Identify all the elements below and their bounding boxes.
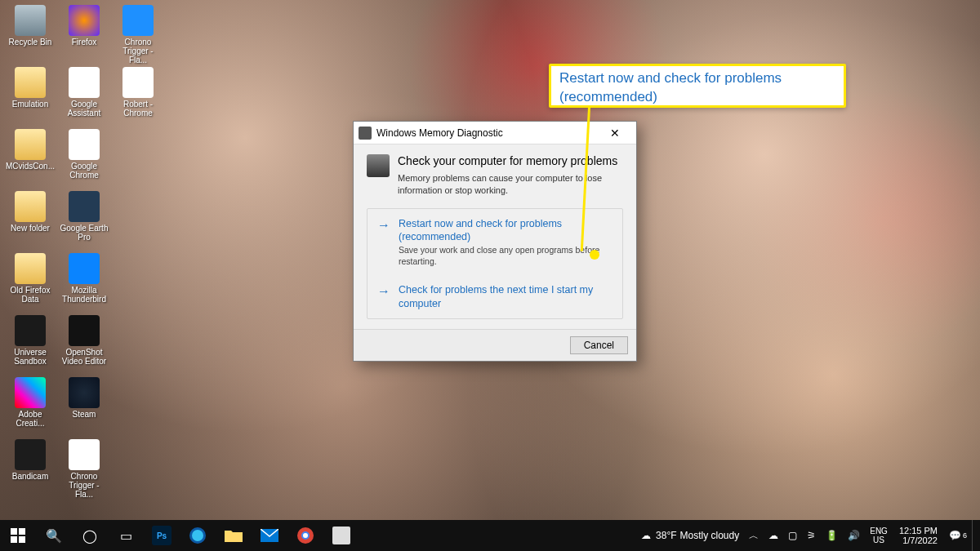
cortana-icon: ◯ xyxy=(81,527,99,544)
task-view-button[interactable]: ▭ xyxy=(108,520,144,551)
memory-diagnostic-icon xyxy=(359,127,372,140)
desktop-icon[interactable]: Bandicam xyxy=(3,438,57,500)
tray-meet-now[interactable]: ▢ xyxy=(783,520,802,551)
taskbar-app-mail[interactable] xyxy=(252,520,287,551)
desktop-icon[interactable]: Adobe Creati... xyxy=(3,375,57,438)
app-icon xyxy=(69,191,100,222)
lang-code: ENG xyxy=(870,527,888,535)
taskbar-app-memory-diagnostic[interactable] xyxy=(323,520,359,551)
desktop-icon-label: Robert - Chrome xyxy=(113,100,163,118)
close-icon: ✕ xyxy=(610,127,620,140)
app-icon xyxy=(15,439,46,470)
app-icon xyxy=(15,377,46,408)
desktop-icon-label: MCvidsCon... xyxy=(6,162,55,171)
weather-temp: 38°F xyxy=(656,530,676,541)
svg-rect-2 xyxy=(11,536,17,543)
desktop-icon[interactable]: New folder xyxy=(3,189,57,251)
app-icon xyxy=(69,5,100,36)
svg-rect-1 xyxy=(19,528,25,535)
app-icon xyxy=(15,315,46,346)
svg-point-5 xyxy=(192,530,203,541)
desktop-icon-label: Steam xyxy=(73,410,96,419)
tray-onedrive[interactable]: ☁ xyxy=(764,520,783,551)
desktop-icon-grid: Recycle BinEmulationMCvidsCon...New fold… xyxy=(3,3,216,509)
start-button[interactable] xyxy=(0,520,36,551)
option-title: Check for problems the next time I start… xyxy=(399,283,614,310)
svg-point-9 xyxy=(303,533,308,538)
desktop-icon[interactable]: MCvidsCon... xyxy=(3,127,57,189)
desktop-icon[interactable]: Robert - Chrome xyxy=(111,65,165,127)
app-icon xyxy=(15,5,46,36)
app-icon xyxy=(15,67,46,98)
edge-icon xyxy=(189,527,207,544)
desktop-icon-label: Universe Sandbox xyxy=(5,348,56,366)
cortana-button[interactable]: ◯ xyxy=(72,520,108,551)
app-icon xyxy=(69,67,100,98)
desktop-icon[interactable]: Mozilla Thunderbird xyxy=(57,251,111,313)
speaker-icon: 🔊 xyxy=(848,530,860,541)
tray-network[interactable]: ⚞ xyxy=(802,520,821,551)
weather-widget[interactable]: ☁ 38°F Mostly cloudy xyxy=(636,520,744,551)
desktop-icon[interactable]: Google Assistant xyxy=(57,65,111,127)
annotation-callout: Restart now and check for problems (reco… xyxy=(549,64,846,108)
desktop-icon[interactable]: Chrono Trigger - Fla... xyxy=(57,438,111,500)
desktop-icon-label: Old Firefox Data xyxy=(5,286,56,304)
notification-count: 6 xyxy=(963,531,967,540)
svg-rect-0 xyxy=(11,528,17,535)
desktop-icon[interactable]: Google Earth Pro xyxy=(57,189,111,251)
close-button[interactable]: ✕ xyxy=(599,122,631,144)
photoshop-icon: Ps xyxy=(152,526,172,545)
check-next-start-option[interactable]: → Check for problems the next time I sta… xyxy=(368,275,622,318)
desktop-icon-label: Chrono Trigger - Fla... xyxy=(59,472,109,499)
desktop-icon-label: Mozilla Thunderbird xyxy=(59,286,109,304)
desktop-icon-label: Chrono Trigger - Fla... xyxy=(113,38,163,64)
memory-diagnostic-dialog: Windows Memory Diagnostic ✕ Check your c… xyxy=(353,121,637,362)
lang-region: US xyxy=(873,535,884,544)
desktop-icon[interactable]: OpenShot Video Editor xyxy=(57,313,111,375)
battery-icon: 🔋 xyxy=(826,530,838,541)
clock-time: 12:15 PM xyxy=(899,526,938,535)
desktop-icon-label: Recycle Bin xyxy=(9,38,52,47)
desktop-icon-label: Firefox xyxy=(72,38,97,47)
dialog-titlebar[interactable]: Windows Memory Diagnostic ✕ xyxy=(354,122,636,144)
taskbar-app-edge[interactable] xyxy=(180,520,216,551)
search-button[interactable]: 🔍 xyxy=(36,520,72,551)
app-icon xyxy=(69,439,100,470)
tray-chevron[interactable]: ︿ xyxy=(744,520,764,551)
cloud-sync-icon: ☁ xyxy=(768,530,778,541)
taskbar-app-explorer[interactable] xyxy=(216,520,252,551)
desktop-icon[interactable]: Chrono Trigger - Fla... xyxy=(111,3,165,65)
desktop-icon[interactable]: Firefox xyxy=(57,3,111,65)
tray-volume[interactable]: 🔊 xyxy=(843,520,865,551)
desktop-icon[interactable]: Old Firefox Data xyxy=(3,251,57,313)
action-center-button[interactable]: 💬 6 xyxy=(944,520,972,551)
language-indicator[interactable]: ENG US xyxy=(865,527,893,544)
system-clock[interactable]: 12:15 PM 1/7/2022 xyxy=(893,526,944,545)
desktop-icon-label: OpenShot Video Editor xyxy=(59,348,109,366)
arrow-right-icon: → xyxy=(377,218,390,268)
tray-battery[interactable]: 🔋 xyxy=(821,520,843,551)
wifi-icon: ⚞ xyxy=(807,530,816,541)
app-icon xyxy=(69,129,100,160)
taskbar-app-chrome[interactable] xyxy=(287,520,323,551)
desktop-icon[interactable]: Google Chrome xyxy=(57,127,111,189)
mail-icon xyxy=(261,527,278,544)
desktop-icon-label: Emulation xyxy=(12,100,48,109)
svg-rect-3 xyxy=(19,536,25,543)
desktop-icon-label: Adobe Creati... xyxy=(5,410,56,428)
desktop-icon-label: Google Assistant xyxy=(59,100,109,118)
show-desktop-button[interactable] xyxy=(972,520,977,551)
app-icon xyxy=(15,191,46,222)
app-icon xyxy=(15,129,46,160)
dialog-subheading: Memory problems can cause your computer … xyxy=(398,172,623,197)
desktop-icon[interactable]: Universe Sandbox xyxy=(3,313,57,375)
cloud-icon: ☁ xyxy=(641,530,651,541)
desktop-icon[interactable]: Recycle Bin xyxy=(3,3,57,65)
cancel-button[interactable]: Cancel xyxy=(570,336,628,354)
taskbar-app-photoshop[interactable]: Ps xyxy=(144,520,180,551)
app-icon xyxy=(122,67,154,98)
windows-logo-icon xyxy=(9,527,27,544)
chevron-up-icon: ︿ xyxy=(749,529,759,543)
desktop-icon[interactable]: Emulation xyxy=(3,65,57,127)
desktop-icon[interactable]: Steam xyxy=(57,375,111,438)
